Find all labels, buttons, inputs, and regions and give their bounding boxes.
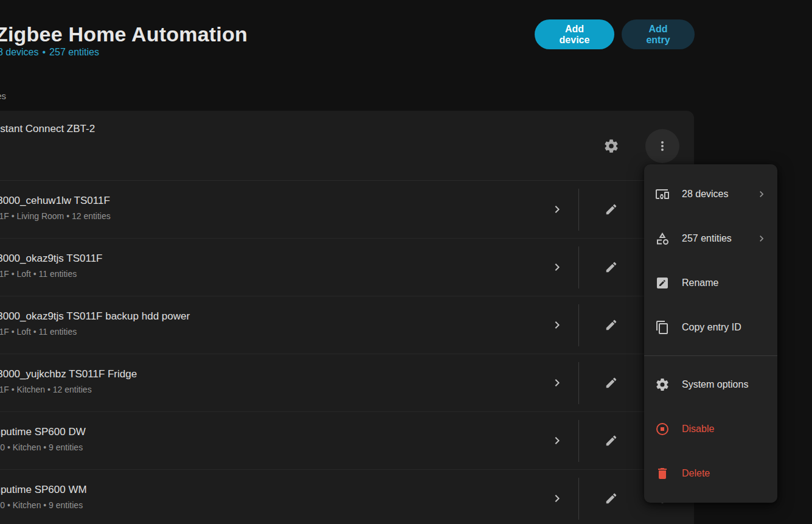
device-row[interactable]: _TZ3000_okaz9tjs TS011F backup hdd power… xyxy=(0,296,694,354)
menu-item-delete[interactable]: Delete xyxy=(644,451,777,495)
trash-icon xyxy=(655,466,670,481)
entities-count-link[interactable]: 257 entities xyxy=(49,47,99,57)
devices-icon xyxy=(655,187,670,201)
entry-more-options-button[interactable] xyxy=(645,129,679,163)
edit-pencil-icon[interactable] xyxy=(605,376,618,390)
menu-item-label: Copy entry ID xyxy=(682,322,741,333)
row-divider xyxy=(578,304,579,346)
section-heading: Integration entries xyxy=(0,91,6,101)
device-details: SP600 • Kitchen • 9 entities xyxy=(0,500,83,510)
device-row[interactable]: Computime SP600 DW SP600 • Kitchen • 9 e… xyxy=(0,412,694,470)
entry-context-menu: 28 devices 257 entities Rename Copy entr… xyxy=(644,164,777,503)
page-title: Zigbee Home Automation xyxy=(0,23,248,46)
device-name: _TZ3000_yujkchbz TS011F Fridge xyxy=(0,368,137,380)
row-divider xyxy=(578,189,579,231)
edit-pencil-icon[interactable] xyxy=(605,260,618,274)
chevron-right-icon xyxy=(755,232,768,245)
device-details: TS011F • Loft • 11 entities xyxy=(0,269,77,279)
chevron-right-icon[interactable] xyxy=(550,491,564,506)
chevron-right-icon[interactable] xyxy=(550,376,564,390)
menu-item-entities[interactable]: 257 entities xyxy=(644,216,777,260)
subtitle-separator: • xyxy=(43,47,46,57)
entry-card-header: Home Assistant Connect ZBT-2 xyxy=(0,111,694,181)
menu-item-rename[interactable]: Rename xyxy=(644,260,777,305)
menu-item-label: Rename xyxy=(682,278,718,288)
devices-count-link[interactable]: 28 devices xyxy=(0,47,39,57)
menu-item-label: Disable xyxy=(682,424,714,435)
device-name: _TZ3000_cehuw1lw TS011F xyxy=(0,195,110,207)
edit-pencil-icon[interactable] xyxy=(605,318,618,332)
device-name: _TZ3000_okaz9tjs TS011F backup hdd power xyxy=(0,310,190,323)
rename-box-icon xyxy=(655,276,670,290)
menu-item-label: System options xyxy=(682,379,748,390)
entry-title: Home Assistant Connect ZBT-2 xyxy=(0,123,95,135)
chevron-right-icon xyxy=(755,188,768,200)
device-row[interactable]: _TZ3000_okaz9tjs TS011F TS011F • Loft • … xyxy=(0,239,694,296)
copy-icon xyxy=(655,320,670,335)
row-divider xyxy=(578,420,579,462)
chevron-right-icon[interactable] xyxy=(550,260,564,274)
menu-item-copy-entry-id[interactable]: Copy entry ID xyxy=(644,305,777,349)
chevron-right-icon[interactable] xyxy=(550,318,564,332)
add-device-button[interactable]: Add device xyxy=(535,19,614,49)
edit-pencil-icon[interactable] xyxy=(605,203,618,216)
menu-item-label: Delete xyxy=(682,468,710,479)
row-divider xyxy=(578,478,579,520)
edit-pencil-icon[interactable] xyxy=(605,492,618,505)
row-divider xyxy=(578,246,579,288)
more-vertical-icon xyxy=(655,139,670,153)
menu-item-devices[interactable]: 28 devices xyxy=(644,172,777,216)
menu-item-system-options[interactable]: System options xyxy=(644,362,777,407)
menu-item-disable[interactable]: Disable xyxy=(644,407,777,451)
gear-icon[interactable] xyxy=(603,138,619,154)
gear-icon xyxy=(655,377,670,392)
add-entry-button[interactable]: Add entry xyxy=(622,19,695,49)
chevron-right-icon[interactable] xyxy=(550,202,564,217)
device-list: _TZ3000_cehuw1lw TS011F TS011F • Living … xyxy=(0,181,694,524)
device-name: Computime SP600 DW xyxy=(0,426,86,438)
menu-divider xyxy=(644,355,777,356)
device-name: Computime SP600 WM xyxy=(0,484,87,496)
device-details: SP600 • Kitchen • 9 entities xyxy=(0,442,83,452)
menu-item-label: 28 devices xyxy=(682,189,729,200)
device-name: _TZ3000_okaz9tjs TS011F xyxy=(0,253,103,265)
page-subtitle: 28 devices•257 entities xyxy=(0,47,99,58)
row-divider xyxy=(578,362,579,404)
device-details: TS011F • Living Room • 12 entities xyxy=(0,211,111,221)
device-row[interactable]: _TZ3000_cehuw1lw TS011F TS011F • Living … xyxy=(0,181,694,239)
zha-integration-page: Zigbee Home Automation 28 devices•257 en… xyxy=(0,0,812,524)
shapes-icon xyxy=(655,231,670,246)
device-details: TS011F • Kitchen • 12 entities xyxy=(0,385,92,394)
device-details: TS011F • Loft • 11 entities xyxy=(0,327,77,337)
device-row[interactable]: Computime SP600 WM SP600 • Kitchen • 9 e… xyxy=(0,470,694,524)
stop-circle-icon xyxy=(655,422,670,436)
chevron-right-icon[interactable] xyxy=(550,433,564,448)
menu-item-label: 257 entities xyxy=(682,233,732,244)
device-row[interactable]: _TZ3000_yujkchbz TS011F Fridge TS011F • … xyxy=(0,354,694,412)
edit-pencil-icon[interactable] xyxy=(605,434,618,447)
